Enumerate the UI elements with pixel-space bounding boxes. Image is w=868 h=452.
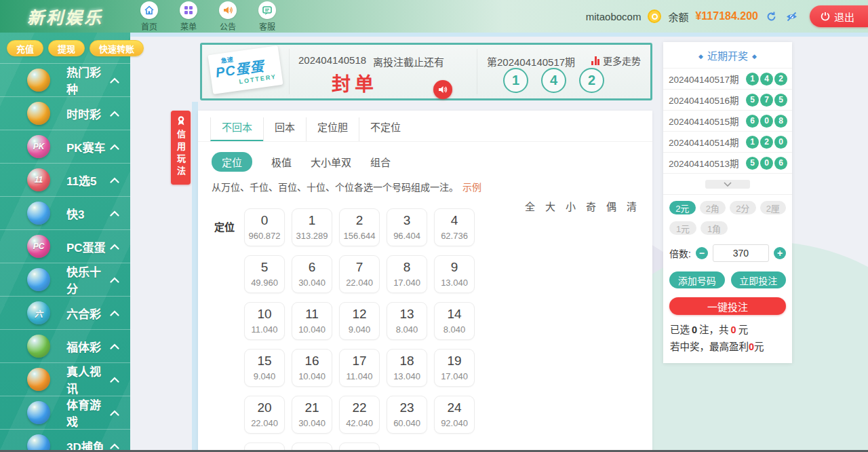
number-cell[interactable]: 15 9.040 [244,349,285,387]
number-grid-section: 定位 0 960.872 1 313.289 [198,193,652,452]
play-mode-tab[interactable]: 不定位 [359,117,412,141]
recent-draws-list: 202404140517期 1 4 2 202404140516期 5 7 [663,69,792,174]
chevron-up-icon [110,443,119,449]
sidebar-item[interactable]: PC PC蛋蛋 [0,229,130,263]
top-nav-item[interactable]: 公告 [214,1,241,32]
quick-select-option[interactable]: 全 [525,199,535,213]
quick-select-option[interactable]: 奇 [586,199,596,213]
number-cell[interactable]: 21 30.040 [292,396,332,434]
number-cell[interactable]: 7 22.040 [339,255,380,293]
play-mode-tab[interactable]: 定位胆 [306,117,359,141]
one-click-bet-button[interactable]: 一键投注 [669,297,786,315]
number-cell[interactable]: 24 92.040 [434,396,475,434]
number-cell[interactable]: 20 22.040 [244,396,285,434]
sidebar-item[interactable]: 体育游戏 [0,396,130,429]
sidebar-item[interactable]: 时时彩 [0,96,130,130]
sidebar-item[interactable]: 快3 [0,196,130,229]
play-type-subtab[interactable]: 大小单双 [311,155,351,169]
bet-summary-line2: 若中奖，最高盈利0元 [670,339,785,356]
site-logo[interactable]: 新利娱乐 [0,4,130,29]
amount-option[interactable]: 2角 [700,201,726,214]
cell-odds: 60.040 [393,418,420,428]
multiplier-input[interactable] [713,244,769,262]
number-cell[interactable]: 13 8.040 [387,302,427,340]
play-mode-tab[interactable]: 回本 [263,117,306,141]
logout-button[interactable]: 退出 [810,5,868,27]
sidebar-item[interactable]: 六 六合彩 [0,296,130,329]
number-cell[interactable]: 8 17.040 [387,255,427,293]
expand-draws-button[interactable] [705,180,750,189]
number-cell[interactable]: 0 960.872 [244,208,285,246]
play-mode-tab[interactable]: 不回本 [210,117,263,141]
refresh-icon[interactable] [765,10,778,23]
sidebar-item[interactable]: 福体彩 [0,329,130,362]
amount-option[interactable]: 2元 [669,201,696,214]
bet-now-button[interactable]: 立即投注 [731,271,787,288]
sidebar-action-button[interactable]: 提现 [48,40,85,56]
amount-option[interactable]: 2厘 [760,201,787,214]
number-cell[interactable]: 12 9.040 [339,302,380,340]
cell-odds: 30.040 [298,418,326,428]
sidebar-item[interactable]: 热门彩种 [0,63,130,96]
medal-icon [176,115,186,126]
number-cell[interactable]: 16 10.040 [292,349,332,387]
sidebar-item-label: PK赛车 [66,138,110,155]
game-logo-card: 急速 PC蛋蛋 LOTTERY [208,45,283,94]
credit-play-label: 信用玩法 [174,130,187,178]
sidebar-item[interactable]: 快乐十分 [0,263,130,296]
sidebar-action-button[interactable]: 快速转账 [90,40,144,56]
top-nav-item[interactable]: 客服 [254,1,281,32]
amount-option[interactable]: 1角 [701,221,728,235]
number-cell[interactable]: 4 62.736 [434,208,475,246]
number-cell[interactable]: 6 30.040 [292,255,332,293]
number-cell[interactable]: 9 13.040 [434,255,475,293]
number-cell[interactable]: 17 11.040 [339,349,380,387]
number-cell[interactable]: 19 17.040 [434,349,475,387]
quick-select-option[interactable]: 大 [545,199,555,213]
add-number-button[interactable]: 添加号码 [669,271,725,288]
number-cell[interactable]: 5 49.960 [244,255,285,293]
plus-button[interactable]: + [774,247,786,259]
quick-select-option[interactable]: 偶 [606,199,616,213]
number-cell[interactable]: 1 313.289 [292,208,332,246]
speaker-icon[interactable] [433,80,452,99]
sidebar-item[interactable]: 真人视讯 [0,362,130,396]
chevron-up-icon [110,277,119,283]
content-top-strip [130,33,868,37]
sidebar-menu: 热门彩种 时时彩 PK PK赛车 11 11选5 [0,63,130,452]
draw-ball: 7 [760,94,773,107]
number-cell[interactable]: 22 42.040 [339,396,380,434]
sidebar-item[interactable]: PK PK赛车 [0,130,130,163]
sidebar-item[interactable]: 3D捕鱼 [0,429,130,452]
play-type-subtab[interactable]: 组合 [370,155,391,169]
more-trends-link[interactable]: 更多走势 [591,54,641,67]
amount-option[interactable]: 2分 [730,201,756,214]
quick-select-option[interactable]: 清 [627,199,637,213]
cell-number: 12 [352,307,366,322]
cell-number: 20 [257,401,271,415]
minus-button[interactable]: − [696,247,708,259]
eye-off-icon[interactable] [785,10,799,23]
number-cell[interactable]: 23 60.040 [387,396,427,434]
number-cell[interactable]: 3 96.404 [387,208,427,246]
number-cell[interactable]: 18 13.040 [387,349,427,387]
example-link[interactable]: 示例 [462,182,481,193]
play-type-subtab[interactable]: 极值 [271,155,292,169]
diamond-icon: ◆ [752,53,757,60]
draw-balls: 6 0 8 [746,115,787,128]
amount-option[interactable]: 1元 [669,221,696,235]
top-nav-item[interactable]: 首页 [136,1,163,32]
credit-play-ribbon[interactable]: 信用玩法 [171,111,191,185]
nav-label: 菜单 [180,20,197,32]
sidebar-item[interactable]: 11 11选5 [0,163,130,196]
play-type-subtab[interactable]: 定位 [212,152,252,172]
chevron-up-icon [110,210,119,216]
number-cell[interactable]: 14 8.040 [434,302,475,340]
top-nav-item[interactable]: 菜单 [175,1,202,32]
sidebar-action-button[interactable]: 充值 [7,40,43,56]
number-cell[interactable]: 2 156.644 [339,208,380,246]
quick-select-option[interactable]: 小 [566,199,576,213]
number-cell[interactable]: 11 10.040 [292,302,332,340]
cell-number: 24 [447,401,461,415]
number-cell[interactable]: 10 11.040 [244,302,285,340]
